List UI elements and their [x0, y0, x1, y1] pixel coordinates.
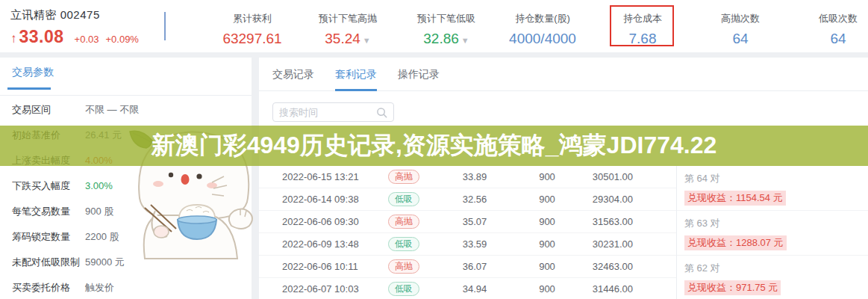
- tag-buy-pill: 低吸: [388, 192, 419, 206]
- stat-label: 持仓数量(股): [509, 12, 576, 25]
- stat-value: 32.86▼: [417, 31, 475, 47]
- caret-down-icon[interactable]: ▼: [461, 36, 469, 45]
- promo-banner-text: 新澳门彩4949历史记录,资源实施策略_鸿蒙JDI774.22: [152, 129, 717, 162]
- stat-position-cost: 持仓成本 7.68: [623, 0, 662, 47]
- tab-trade-params[interactable]: 交易参数: [12, 66, 54, 79]
- stat-value: 35.24▼: [319, 31, 377, 47]
- tag-buy-pill: 低吸: [388, 237, 419, 251]
- stat-total-profit: 累计获利 63297.61: [222, 0, 281, 47]
- stock-code: 002475: [60, 8, 100, 21]
- tag-buy-pill: 低吸: [388, 282, 419, 296]
- param-row: 交易区间不限 — 不限: [12, 97, 243, 123]
- param-row: 买卖委托价格触发价: [12, 275, 243, 299]
- table-row: 2022-06-07 10:03 低吸 34.94 900 31446.00: [259, 278, 676, 299]
- divider: [0, 95, 252, 96]
- tab-arbitrage-records[interactable]: 套利记录: [335, 58, 377, 91]
- param-row: 未配对低吸限制59000 元: [12, 250, 243, 275]
- stock-info: 立讯精密 002475 ↑ 33.08 +0.03 +0.09%: [10, 8, 139, 47]
- stat-next-sell: 预计下笔高抛 35.24▼: [319, 0, 377, 47]
- stat-buy-count: 低吸次数 64: [819, 0, 858, 47]
- price-up-arrow-icon: ↑: [10, 31, 17, 46]
- search-input[interactable]: [279, 103, 369, 121]
- realized-profit-badge: 兑现收益：971.75 元: [684, 280, 781, 295]
- stock-price: 33.08: [19, 27, 64, 47]
- price-change-pct: +0.09%: [105, 34, 138, 45]
- tab-operation-records[interactable]: 操作记录: [398, 58, 440, 91]
- tab-trade-records[interactable]: 交易记录: [272, 58, 314, 91]
- stock-name: 立讯精密: [10, 8, 57, 21]
- search-icon[interactable]: [376, 107, 387, 118]
- tag-sell-pill: 高抛: [388, 170, 419, 184]
- price-change: +0.03: [75, 34, 99, 45]
- table-row: 2022-06-06 10:11 高抛 36.07 900 32463.00: [259, 256, 676, 278]
- param-row: 下跌买入幅度3.00%: [12, 173, 243, 199]
- trade-params-panel: 交易参数 交易区间不限 — 不限 初始基准价26.41 元 上涨卖出幅度4.00…: [0, 58, 252, 299]
- stat-value: 7.68: [623, 31, 662, 47]
- param-row: 筹码锁定数量2200 股: [12, 224, 243, 250]
- records-panel: 交易记录 套利记录 操作记录 2022-06-15 13:21 高抛 33.89…: [259, 58, 868, 299]
- search-box: [272, 102, 394, 122]
- header-bar: 立讯精密 002475 ↑ 33.08 +0.03 +0.09% 累计获利 63…: [0, 0, 868, 52]
- stat-label: 低吸次数: [819, 12, 858, 25]
- promo-banner-overlay: 新澳门彩4949历史记录,资源实施策略_鸿蒙JDI774.22: [0, 126, 868, 166]
- arbitrage-table: 2022-06-15 13:21 高抛 33.89 900 30501.00 2…: [259, 166, 676, 299]
- stat-value: 64: [819, 31, 858, 47]
- stat-label: 预计下笔高抛: [319, 12, 377, 25]
- pair-item: 第 62 对 兑现收益：971.75 元: [677, 256, 868, 299]
- stat-label: 持仓成本: [623, 12, 662, 25]
- stat-label: 预计下笔低吸: [417, 12, 475, 25]
- realized-profit-badge: 兑现收益：1154.54 元: [684, 191, 786, 206]
- pair-item: 第 63 对 兑现收益：1288.07 元: [677, 211, 868, 256]
- stat-value: 64: [721, 31, 760, 47]
- caret-down-icon[interactable]: ▼: [363, 36, 371, 45]
- param-row: 每笔交易数量900 股: [12, 199, 243, 224]
- table-row: 2022-06-09 13:48 低吸 33.59 900 30231.00: [259, 233, 676, 256]
- stat-value: 4000/4000: [509, 31, 576, 47]
- realized-profit-badge: 兑现收益：1288.07 元: [684, 235, 787, 250]
- stat-label: 高抛次数: [721, 12, 760, 25]
- header-divider: [164, 12, 166, 40]
- tag-sell-pill: 高抛: [388, 215, 419, 229]
- stat-next-buy: 预计下笔低吸 32.86▼: [417, 0, 475, 47]
- active-tab-underline: [7, 87, 51, 90]
- stat-sell-count: 高抛次数 64: [721, 0, 760, 47]
- table-row: 2022-06-15 13:21 高抛 33.89 900 30501.00: [259, 166, 676, 188]
- table-row: 2022-06-06 09:30 高抛 35.07 900 31563.00: [259, 211, 676, 233]
- pair-item: 第 64 对 兑现收益：1154.54 元: [677, 166, 868, 211]
- pair-profit-panel: 第 64 对 兑现收益：1154.54 元 第 63 对 兑现收益：1288.0…: [676, 166, 868, 299]
- tag-sell-pill: 高抛: [388, 259, 419, 274]
- table-row: 2022-06-14 09:38 低吸 32.56 900 29304.00: [259, 188, 676, 211]
- stat-value: 63297.61: [222, 31, 281, 47]
- stat-position-qty: 持仓数量(股) 4000/4000: [509, 0, 576, 47]
- stat-label: 累计获利: [222, 12, 281, 25]
- record-tabs: 交易记录 套利记录 操作记录: [259, 58, 868, 91]
